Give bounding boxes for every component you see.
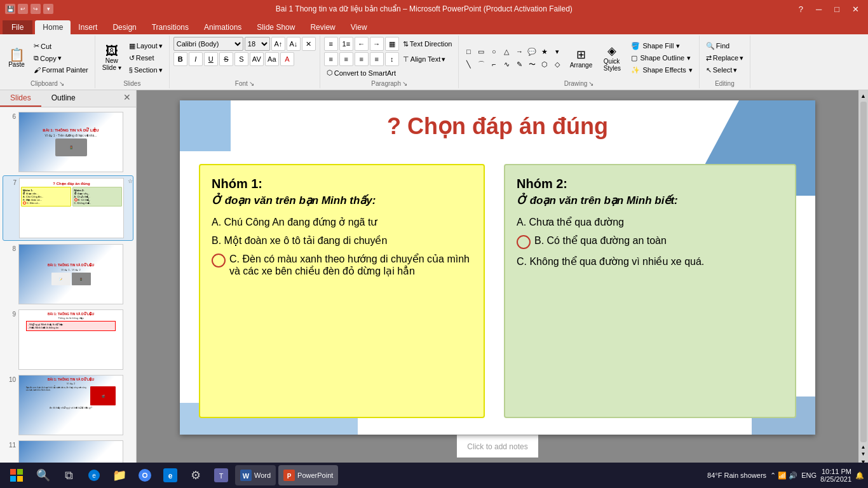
shape-bent[interactable]: ⌐ bbox=[488, 58, 499, 70]
redo-icon[interactable]: ↪ bbox=[31, 4, 41, 14]
explorer-btn[interactable]: 📁 bbox=[108, 464, 131, 487]
tab-slideshow[interactable]: Slide Show bbox=[249, 20, 302, 34]
align-text-btn[interactable]: ⊤ Align Text ▾ bbox=[400, 54, 449, 65]
notification-btn[interactable]: 🔔 bbox=[855, 471, 864, 480]
shape-more[interactable]: ▾ bbox=[552, 46, 563, 57]
slide-item-8[interactable]: 8 BÀI 1: THÔNG TIN VÀ DỮ LIỆU Ví dụ 1 - … bbox=[3, 242, 133, 306]
font-expand-icon[interactable]: ↘ bbox=[249, 80, 254, 87]
maximize-btn[interactable]: □ bbox=[831, 3, 843, 15]
justify-btn[interactable]: ≡ bbox=[370, 52, 384, 66]
scroll-arrow1[interactable]: ▲ bbox=[860, 444, 867, 451]
numbering-btn[interactable]: 1≡ bbox=[339, 37, 353, 51]
shape-fill-btn[interactable]: 🪣 Shape Fill ▾ bbox=[628, 41, 695, 51]
scroll-thumb[interactable] bbox=[860, 102, 867, 442]
layout-button[interactable]: ▦ Layout ▾ bbox=[126, 41, 165, 51]
close-btn[interactable]: ✕ bbox=[848, 3, 863, 15]
customize-icon[interactable]: ▾ bbox=[43, 4, 53, 14]
clipboard-expand-icon[interactable]: ↘ bbox=[59, 80, 64, 87]
save-icon[interactable]: 💾 bbox=[5, 4, 15, 14]
shape-rect[interactable]: □ bbox=[463, 46, 474, 57]
group1-box[interactable]: Nhóm 1: Ở đoạn văn trên bạn Minh thấy: A… bbox=[199, 164, 485, 418]
arrange-button[interactable]: ⊞ Arrange bbox=[566, 46, 595, 71]
undo-icon[interactable]: ↩ bbox=[18, 4, 28, 14]
slide-item-10[interactable]: 10 BÀI 1: THÔNG TIN VÀ DỮ LIỆU Ví dụ 2 B… bbox=[3, 373, 133, 437]
start-button[interactable] bbox=[4, 464, 29, 487]
edge2-btn[interactable]: e bbox=[159, 464, 182, 487]
shape-right-arrow[interactable]: → bbox=[513, 46, 525, 57]
tab-design[interactable]: Design bbox=[105, 20, 144, 34]
shape-oval[interactable]: ○ bbox=[488, 46, 499, 57]
italic-btn[interactable]: I bbox=[189, 52, 203, 66]
shape-diamond[interactable]: ◇ bbox=[552, 58, 563, 70]
edge-btn[interactable]: e bbox=[83, 464, 105, 487]
section-button[interactable]: § Section ▾ bbox=[126, 65, 165, 76]
tab-transitions[interactable]: Transitions bbox=[144, 20, 196, 34]
line-spacing-btn[interactable]: ↕ bbox=[385, 52, 399, 66]
font-color-btn[interactable]: A bbox=[280, 52, 294, 66]
word-app-btn[interactable]: W Word bbox=[235, 465, 276, 485]
tab-home[interactable]: Home bbox=[35, 20, 71, 34]
outline-tab[interactable]: Outline bbox=[41, 90, 86, 107]
settings-btn[interactable]: ⚙ bbox=[184, 464, 207, 487]
reset-button[interactable]: ↺ Reset bbox=[126, 53, 165, 64]
tab-animations[interactable]: Animations bbox=[196, 20, 249, 34]
strikethrough-btn[interactable]: S bbox=[219, 52, 233, 66]
shape-freeform[interactable]: ✎ bbox=[513, 58, 525, 70]
increase-font-btn[interactable]: A↑ bbox=[271, 37, 285, 51]
shape-curve[interactable]: ∿ bbox=[501, 58, 512, 70]
decrease-indent-btn[interactable]: ← bbox=[355, 37, 369, 51]
slide-item-9[interactable]: 9 BÀI 1: THÔNG TIN VÀ DỮ LIỆU Thông tin … bbox=[3, 308, 133, 372]
help-icon[interactable]: ? bbox=[795, 3, 807, 15]
chrome-btn[interactable] bbox=[133, 464, 156, 487]
shape-effects-btn[interactable]: ✨ Shape Effects ▾ bbox=[628, 65, 695, 76]
shape-scribble[interactable]: 〜 bbox=[526, 58, 538, 70]
convert-smartart-btn[interactable]: ⬡ Convert to SmartArt bbox=[324, 67, 398, 78]
select-button[interactable]: ↖ Select ▾ bbox=[703, 65, 746, 76]
ppt-app-btn[interactable]: P PowerPoint bbox=[278, 465, 338, 485]
decrease-font-btn[interactable]: A↓ bbox=[287, 37, 301, 51]
format-painter-button[interactable]: 🖌 Format Painter bbox=[31, 65, 91, 75]
clear-formatting-btn[interactable]: ✕ bbox=[302, 37, 316, 51]
shape-triangle[interactable]: △ bbox=[501, 46, 512, 57]
new-slide-button[interactable]: 🖼 NewSlide ▾ bbox=[99, 43, 125, 73]
center-btn[interactable]: ≡ bbox=[339, 52, 353, 66]
paste-button[interactable]: 📋 Paste bbox=[4, 46, 29, 70]
search-btn[interactable]: 🔍 bbox=[32, 464, 55, 487]
spacing-btn[interactable]: AV bbox=[250, 52, 264, 66]
font-family-select[interactable]: Calibri (Body) bbox=[173, 37, 243, 51]
shape-line[interactable]: ╲ bbox=[463, 58, 474, 70]
align-right-btn[interactable]: ≡ bbox=[355, 52, 369, 66]
minimize-btn[interactable]: ─ bbox=[812, 3, 825, 15]
shape-star[interactable]: ★ bbox=[539, 46, 550, 57]
paragraph-expand-icon[interactable]: ↘ bbox=[402, 80, 407, 87]
increase-indent-btn[interactable]: → bbox=[370, 37, 384, 51]
shape-arc[interactable]: ⌒ bbox=[475, 58, 487, 70]
underline-btn[interactable]: U bbox=[204, 52, 218, 66]
scroll-bar-right[interactable]: ▲ ▲ ▼ ▼ bbox=[858, 90, 868, 468]
align-left-btn[interactable]: ≡ bbox=[324, 52, 338, 66]
shape-outline-btn[interactable]: ▢ Shape Outline ▾ bbox=[628, 53, 695, 64]
columns-btn[interactable]: ▦ bbox=[385, 37, 399, 51]
shadow-btn[interactable]: S bbox=[234, 52, 248, 66]
tab-review[interactable]: Review bbox=[302, 20, 342, 34]
shape-hexagon[interactable]: ⬡ bbox=[539, 58, 550, 70]
drawing-expand-icon[interactable]: ↘ bbox=[588, 80, 593, 87]
change-case-btn[interactable]: Aa bbox=[265, 52, 279, 66]
scroll-up-btn[interactable]: ▲ bbox=[859, 92, 867, 100]
tab-insert[interactable]: Insert bbox=[71, 20, 105, 34]
slide-item-7[interactable]: 7 ? Chọn đáp án đúng Nhóm 1: Ở đoạn văn.… bbox=[3, 175, 133, 241]
slide-item-6[interactable]: 6 BÀI 1: THÔNG TIN VÀ DỮ LIỆU Ví dụ 1 - … bbox=[3, 110, 133, 174]
cut-button[interactable]: ✂ Cut bbox=[31, 41, 91, 51]
tab-view[interactable]: View bbox=[343, 20, 375, 34]
shape-callout[interactable]: 💬 bbox=[526, 46, 538, 57]
bold-btn[interactable]: B bbox=[173, 52, 187, 66]
slides-tab[interactable]: Slides bbox=[0, 90, 41, 107]
quick-styles-button[interactable]: ◈ QuickStyles bbox=[597, 42, 627, 74]
shape-rounded-rect[interactable]: ▭ bbox=[475, 46, 487, 57]
tab-file[interactable]: File bbox=[3, 20, 32, 34]
panel-close-btn[interactable]: ✕ bbox=[118, 90, 136, 107]
replace-button[interactable]: ⇄ Replace ▾ bbox=[703, 53, 746, 64]
find-button[interactable]: 🔍 Find bbox=[703, 41, 746, 51]
font-size-select[interactable]: 18 bbox=[245, 37, 270, 51]
notes-area[interactable]: Click to add notes bbox=[457, 435, 538, 458]
